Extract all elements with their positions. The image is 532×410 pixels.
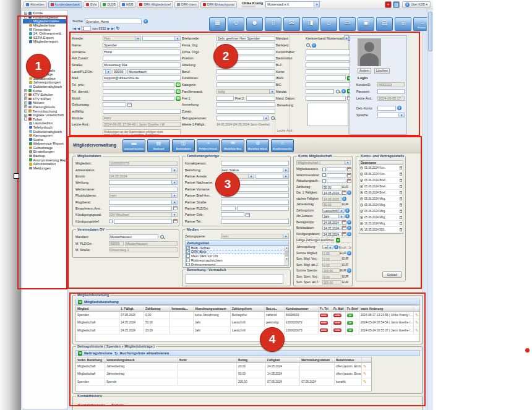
topbar-button-label: Kundendatenbank xyxy=(55,2,80,6)
topbar-button-drk-mitgliederbrief[interactable]: DRK-Mitgliederbrief xyxy=(137,1,173,8)
toolbar-button-home[interactable]: ⌂ xyxy=(320,17,337,31)
org-select[interactable]: Musterstadt e.V. xyxy=(265,1,320,7)
annotation-dot xyxy=(525,348,530,352)
documents-icon: ▣ xyxy=(358,18,374,27)
dldb-icon xyxy=(103,3,106,6)
topbar-button-dldb[interactable]: DLDB xyxy=(100,1,118,8)
lists-icon: ▤ xyxy=(377,18,392,27)
search-input[interactable]: Spender, Horst xyxy=(85,19,142,24)
toolbar-button-save[interactable]: ▦ xyxy=(209,17,226,31)
info-icon: i xyxy=(405,2,410,7)
payment-icon: ▭ xyxy=(340,18,355,27)
topbar-button-label: Abmelden xyxy=(30,2,45,6)
search-label: Suche xyxy=(72,19,83,23)
next-page-icon[interactable]: ▶ xyxy=(108,27,110,30)
intern-icon xyxy=(177,3,180,6)
topbar-button-bvw[interactable]: BVw xyxy=(84,1,99,8)
tree-node-icon xyxy=(28,12,32,15)
topbar-buttons: AbmeldenKundendatenbankBVwDLDBWDBDRK-Mit… xyxy=(24,1,238,8)
logout-icon xyxy=(26,3,29,6)
last-page-icon[interactable]: ▶| xyxy=(111,27,115,30)
annotation-square xyxy=(14,173,19,179)
annotation-circle-4: 4 xyxy=(260,327,285,352)
tree-expander-icon[interactable]: + xyxy=(24,12,27,15)
topbar-button-label: DRK-Mitgliederbrief xyxy=(144,2,171,6)
first-page-icon[interactable]: |◀ xyxy=(72,27,76,30)
toolbar-button-payment[interactable]: ▭ xyxy=(339,17,356,31)
current-user: Ulrike Kranig xyxy=(242,2,263,7)
members-icon: ☻ xyxy=(247,18,262,27)
sidebar-item-kunde[interactable]: +Kunde xyxy=(23,11,67,15)
toolbar-button-support[interactable]: ☏ xyxy=(395,17,411,31)
search-row: Suche Spender, Horst i xyxy=(72,18,148,24)
customer-database-icon xyxy=(51,3,54,6)
toolbar-button-members[interactable]: ☻ xyxy=(246,17,263,31)
window-switch-button[interactable]: ▨ xyxy=(393,1,400,8)
toolbar-button-send-letter[interactable]: ✉ xyxy=(283,17,300,31)
top-toolbar: AbmeldenKundendatenbankBVwDLDBWDBDRK-Mit… xyxy=(21,0,433,9)
chevron-down-icon: ▾ xyxy=(426,2,427,6)
scrollbar-thumb[interactable] xyxy=(428,12,432,51)
window-buttons: +▨ xyxy=(384,1,400,8)
kdb-logo-button[interactable]: + xyxy=(385,1,392,8)
topbar-button-label: BVw xyxy=(90,2,97,6)
page-input[interactable]: 1 xyxy=(81,26,91,31)
search-info-icon[interactable]: i xyxy=(144,19,148,23)
user-name: Ulrike Kranig xyxy=(242,1,263,5)
save-icon: ▦ xyxy=(210,18,225,27)
toolbar-button-add-member[interactable]: ☺ xyxy=(228,17,244,31)
annotation-circle-2: 2 xyxy=(213,44,238,69)
topbar-button-label: DRK-Intern xyxy=(181,2,197,6)
toolbar-button-documents[interactable]: ▣ xyxy=(358,17,374,31)
vertical-scrollbar[interactable] xyxy=(427,9,433,410)
about-kdb-button[interactable]: i Über KDB ▾ xyxy=(402,1,431,8)
annotation-rect-4 xyxy=(69,293,426,406)
toolbar-button-delete[interactable]: ▯ xyxy=(265,17,281,31)
pager-total: von 9332 xyxy=(92,27,106,30)
add-member-icon: ☺ xyxy=(228,18,244,27)
topbar-button-abmelden[interactable]: Abmelden xyxy=(24,1,47,8)
annotation-circle-1: 1 xyxy=(26,54,51,79)
topbar-button-label: DRK-Einkaufsportal xyxy=(207,2,234,6)
wdb-icon xyxy=(122,3,125,6)
toolbar-button-report-search[interactable]: ◨ xyxy=(302,17,319,31)
home-icon: ⌂ xyxy=(321,18,337,27)
user-subtitle xyxy=(242,6,255,7)
topbar-button-drk-einkaufsportal[interactable]: DRK-Einkaufsportal xyxy=(200,1,237,8)
cart-icon xyxy=(203,3,206,6)
topbar-button-kundendatenbank[interactable]: Kundendatenbank xyxy=(48,1,83,8)
report-search-icon: ◨ xyxy=(302,18,318,27)
delete-icon: ▯ xyxy=(265,18,281,27)
refresh-icon[interactable]: ↻ xyxy=(116,26,119,30)
topbar-button-drk-intern[interactable]: DRK-Intern xyxy=(174,1,199,8)
toolbar-button-lists[interactable]: ▤ xyxy=(376,17,393,31)
support-icon: ☏ xyxy=(395,18,411,27)
pager-row: |◀ ◀ 1 von 9332 ▶ ▶| ↻ xyxy=(72,25,119,31)
sidebar-item-label: Kunde xyxy=(33,11,43,15)
screenshot-root: AbmeldenKundendatenbankBVwDLDBWDBDRK-Mit… xyxy=(0,0,532,410)
annotation-circle-3: 3 xyxy=(215,172,240,197)
annotation-rect-2 xyxy=(69,32,420,136)
annotation-rect-3 xyxy=(67,136,422,289)
topbar-button-label: WDB xyxy=(126,2,134,6)
prev-page-icon[interactable]: ◀ xyxy=(77,27,80,30)
about-label: Über KDB xyxy=(411,2,425,6)
bvw-icon xyxy=(86,3,89,6)
send-letter-icon: ✉ xyxy=(284,18,299,27)
topbar-button-label: DLDB xyxy=(107,2,115,6)
mail-icon xyxy=(139,3,142,6)
topbar-button-wdb[interactable]: WDB xyxy=(119,1,136,8)
